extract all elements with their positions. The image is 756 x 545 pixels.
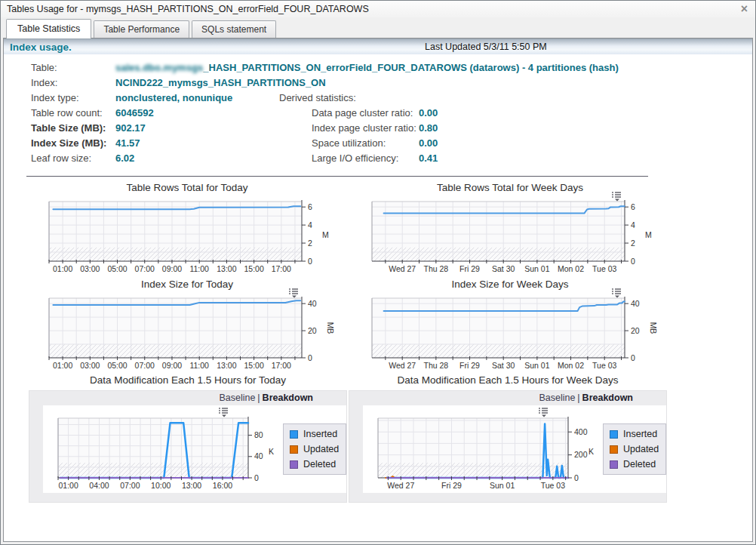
chart-table-rows-week: Table Rows Total for Week Days Wed 27Thu…: [352, 182, 668, 273]
svg-text:05:00: 05:00: [107, 361, 127, 370]
svg-text:6: 6: [308, 202, 312, 211]
svg-text:Sat 30: Sat 30: [492, 264, 515, 273]
svg-text:20: 20: [308, 326, 317, 335]
tabstrip: Table Statistics Table Performance SQLs …: [1, 17, 755, 38]
svg-text:Thu 28: Thu 28: [424, 264, 449, 273]
stat-value: 0.00: [419, 107, 438, 119]
legend-item: Deleted: [290, 457, 339, 472]
svg-text:07:00: 07:00: [135, 361, 155, 370]
svg-text:2: 2: [631, 239, 635, 248]
chart-canvas[interactable]: Wed 27Thu 28Fri 29Sat 30Sun 01Mon 02Tue …: [352, 294, 668, 370]
svg-text:M: M: [322, 230, 329, 239]
baseline-link[interactable]: Baseline: [539, 393, 575, 403]
svg-text:10:00: 10:00: [151, 481, 171, 490]
stat-row: Table row count:6046592: [4, 105, 284, 120]
svg-text:01:00: 01:00: [58, 481, 78, 490]
section-title: Index usage.: [10, 42, 72, 53]
close-icon[interactable]: ×: [741, 4, 748, 14]
svg-text:07:00: 07:00: [120, 481, 140, 490]
tab-sqls-statement[interactable]: SQLs statement: [192, 20, 276, 38]
chart-index-size-today: Index Size for Today 01:0003:0005:0007:0…: [29, 279, 346, 370]
stat-value: 0.00: [419, 137, 438, 149]
chart-canvas[interactable]: 01:0003:0005:0007:0009:0011:0013:0015:00…: [29, 198, 346, 273]
svg-text:Fri 29: Fri 29: [459, 264, 480, 273]
view-switcher: Baseline|Breakdown: [29, 391, 346, 405]
svg-text:80: 80: [254, 430, 263, 439]
stat-value: 6.02: [115, 152, 134, 164]
svg-text:13:00: 13:00: [182, 481, 201, 490]
svg-text:0: 0: [308, 257, 312, 266]
data-mod-chart-area: 01:0004:0007:0010:0013:0016:0004080K Ins…: [43, 405, 346, 493]
stat-row: Index page cluster ratio:0.80: [284, 120, 438, 135]
legend-swatch: [290, 430, 298, 439]
chart-menu-icon[interactable]: [611, 191, 622, 202]
data-mod-chart-area: Wed 27Fri 29Sun 01Tue 030200400K Inserte…: [363, 405, 666, 493]
index-type-label: Index type:: [31, 92, 115, 103]
stats-columns: Table row count:6046592Table Size (MB):9…: [4, 105, 752, 165]
svg-text:Sun 01: Sun 01: [524, 264, 549, 273]
tab-table-performance[interactable]: Table Performance: [94, 20, 189, 38]
tables-usage-window: Tables Usage for - mymsgs_HASH_PARTITION…: [0, 0, 756, 545]
legend-swatch: [290, 460, 298, 469]
stat-label: Index page cluster ratio:: [312, 122, 419, 134]
stat-label: Table row count:: [31, 107, 115, 119]
chart-menu-icon[interactable]: [538, 407, 549, 417]
table-value: sales.dbo.mymsgs_HASH_PARTITIONS_ON_erro…: [115, 62, 619, 73]
view-separator: |: [575, 393, 582, 403]
chart-canvas[interactable]: Wed 27Thu 28Fri 29Sat 30Sun 01Mon 02Tue …: [352, 198, 668, 273]
derived-statistics-label: Derived statistics:: [279, 92, 356, 103]
charts-row-3: Data Modification Each 1.5 Hours for Tod…: [29, 374, 752, 503]
last-updated: Last Updated 5/3/11 5:50 PM: [425, 42, 547, 52]
index-name-row: Index: NCIND222_mymsgs_HASH_PARTITIONS_O…: [4, 75, 752, 90]
svg-text:Tue 03: Tue 03: [541, 481, 565, 490]
stat-value: 902.17: [115, 122, 146, 134]
chart-table-rows-today: Table Rows Total for Today 01:0003:0005:…: [29, 182, 346, 273]
legend-label: Updated: [303, 444, 339, 454]
baseline-link[interactable]: Baseline: [219, 393, 255, 403]
svg-text:Mon 02: Mon 02: [558, 264, 584, 273]
legend-label: Updated: [623, 444, 659, 454]
stat-row: Index Size (MB):41.57: [4, 135, 284, 150]
data-mod-panel: Baseline|Breakdown Wed 27Fri 29Sun 01Tue…: [349, 390, 667, 503]
svg-text:Sat 30: Sat 30: [492, 361, 515, 370]
chart-menu-icon[interactable]: [611, 288, 622, 298]
svg-text:Thu 28: Thu 28: [424, 361, 449, 370]
svg-text:20: 20: [631, 326, 640, 335]
svg-text:4: 4: [631, 220, 635, 229]
divider: [26, 176, 648, 177]
tab-table-statistics[interactable]: Table Statistics: [6, 19, 91, 38]
svg-text:13:00: 13:00: [217, 361, 236, 370]
chart-title: Table Rows Total for Today: [29, 182, 346, 198]
chart-canvas[interactable]: 01:0003:0005:0007:0009:0011:0013:0015:00…: [29, 294, 346, 370]
svg-text:0: 0: [254, 473, 259, 482]
svg-text:MB: MB: [326, 322, 335, 334]
svg-text:Wed 27: Wed 27: [389, 361, 416, 370]
chart-canvas[interactable]: 01:0004:0007:0010:0013:0016:0004080K: [43, 414, 281, 490]
stat-row: Data page cluster ratio:0.00: [284, 105, 438, 120]
breakdown-link[interactable]: Breakdown: [582, 393, 633, 403]
chart-index-size-week: Index Size for Week Days Wed 27Thu 28Fri…: [352, 279, 668, 370]
svg-text:03:00: 03:00: [80, 264, 100, 273]
legend-item: Updated: [610, 442, 659, 457]
svg-text:40: 40: [308, 299, 317, 308]
svg-text:07:00: 07:00: [135, 264, 155, 273]
chart-canvas[interactable]: Wed 27Fri 29Sun 01Tue 030200400K: [363, 414, 601, 490]
legend-label: Inserted: [623, 429, 657, 439]
svg-text:11:00: 11:00: [189, 264, 209, 273]
index-label: Index:: [31, 77, 115, 88]
legend-item: Inserted: [290, 426, 339, 442]
section-header: Index usage. Last Updated 5/3/11 5:50 PM: [4, 38, 752, 54]
svg-text:Sun 01: Sun 01: [490, 481, 515, 490]
table-name-row: Table: sales.dbo.mymsgs_HASH_PARTITIONS_…: [4, 60, 752, 75]
svg-text:09:00: 09:00: [162, 264, 182, 273]
legend-swatch: [610, 460, 618, 469]
charts-row-1: Table Rows Total for Today 01:0003:0005:…: [29, 182, 752, 273]
chart-menu-icon[interactable]: [288, 288, 300, 298]
svg-text:17:00: 17:00: [272, 264, 291, 273]
stat-label: Data page cluster ratio:: [312, 107, 419, 119]
chart-menu-icon[interactable]: [218, 407, 229, 417]
svg-text:M: M: [645, 230, 652, 239]
svg-text:400: 400: [574, 427, 588, 436]
breakdown-link[interactable]: Breakdown: [263, 393, 313, 403]
content-panel: Index usage. Last Updated 5/3/11 5:50 PM…: [3, 38, 753, 542]
